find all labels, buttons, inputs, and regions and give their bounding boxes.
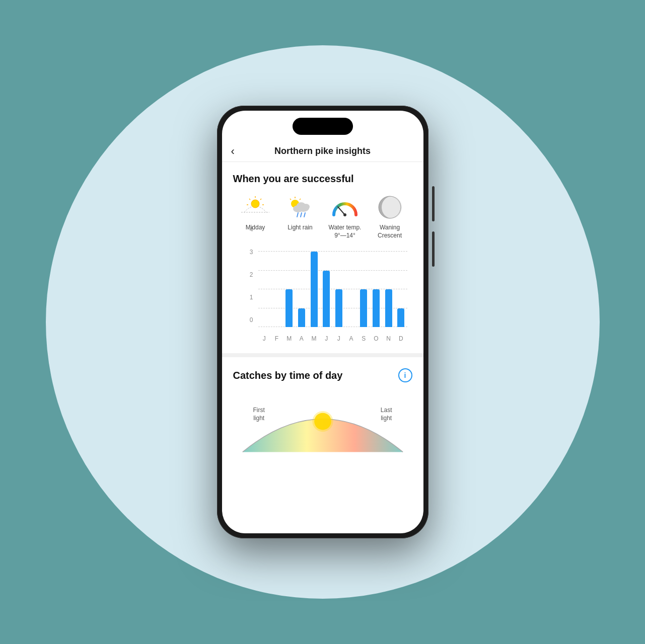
svg-point-25 [312, 411, 333, 432]
svg-line-18 [304, 213, 305, 217]
chart-container: 0 1 2 3 4 JFMAMJJASOND [238, 252, 407, 342]
x-label-N-10: N [382, 335, 395, 342]
screen-content: ‹ Northern pike insights When you are su… [222, 111, 423, 533]
midday-icon [240, 195, 270, 220]
x-label-J-5: J [320, 335, 333, 342]
x-label-O-9: O [370, 335, 383, 342]
x-label-D-11: D [395, 335, 407, 342]
sun-arc-svg [233, 395, 412, 457]
bars-area [258, 252, 407, 327]
bar-col-J [258, 252, 271, 327]
conditions-row: Midday [233, 195, 412, 239]
svg-line-9 [300, 199, 301, 200]
catches-section: Catches by time of day i First light Las… [222, 357, 423, 465]
bar-col-J [320, 252, 333, 327]
waning-crescent-label: Waning Crescent [368, 224, 412, 239]
bar-col-A [296, 252, 308, 327]
x-labels: JFMAMJJASOND [258, 335, 407, 342]
bar-col-J [333, 252, 345, 327]
bar-S [360, 289, 367, 327]
condition-light-rain: Light rain [278, 195, 323, 232]
bar-O [373, 289, 380, 327]
x-label-A-3: A [296, 335, 308, 342]
svg-line-16 [297, 213, 298, 217]
info-button[interactable]: i [398, 368, 412, 382]
bar-col-N [382, 252, 395, 327]
y-label-1: 1 [238, 294, 253, 301]
x-label-J-6: J [333, 335, 345, 342]
x-label-M-4: M [308, 335, 320, 342]
bar-M [311, 252, 318, 327]
light-rain-icon [285, 195, 315, 220]
side-button [432, 186, 435, 221]
phone-frame: ‹ Northern pike insights When you are su… [217, 106, 428, 538]
y-label-3: 3 [238, 249, 253, 256]
phone-screen: ‹ Northern pike insights When you are su… [222, 111, 423, 533]
moon-icon [375, 195, 405, 220]
chart-area: 0 1 2 3 4 JFMAMJJASOND [233, 252, 412, 342]
catches-title: Catches by time of day [233, 370, 343, 381]
bar-M [285, 289, 293, 327]
condition-water-temp: Water temp. 9°—14° [323, 195, 368, 239]
back-button[interactable]: ‹ [231, 145, 235, 158]
svg-line-3 [260, 199, 261, 200]
y-label-2: 2 [238, 271, 253, 278]
svg-line-19 [338, 207, 345, 215]
y-label-0: 0 [238, 316, 253, 324]
background-circle: ‹ Northern pike insights When you are su… [46, 45, 600, 599]
bar-col-M [283, 252, 296, 327]
catches-header: Catches by time of day i [233, 368, 412, 382]
side-button2 [432, 231, 435, 267]
light-rain-label: Light rain [288, 224, 312, 232]
bar-J [335, 289, 342, 327]
page-title: Northern pike insights [274, 146, 371, 156]
bar-col-S [357, 252, 370, 327]
successful-section: When you are successful [222, 162, 423, 353]
dynamic-island [293, 118, 353, 135]
svg-point-1 [251, 200, 259, 208]
bar-col-M [308, 252, 320, 327]
bar-col-A [345, 252, 357, 327]
sun-arc-area: First light Last light [233, 391, 412, 457]
condition-waning-crescent: Waning Crescent [368, 195, 412, 239]
header: ‹ Northern pike insights [222, 141, 423, 162]
x-label-J-0: J [258, 335, 271, 342]
water-temp-icon [330, 195, 360, 220]
bar-N [385, 289, 392, 327]
svg-line-10 [290, 199, 291, 200]
svg-point-15 [303, 204, 310, 210]
x-label-S-8: S [357, 335, 370, 342]
bar-J [323, 271, 330, 328]
bar-col-D [395, 252, 407, 327]
bar-col-O [370, 252, 383, 327]
svg-point-22 [382, 196, 402, 218]
svg-line-17 [301, 213, 302, 217]
x-label-F-1: F [270, 335, 283, 342]
section-title-successful: When you are successful [233, 173, 412, 185]
x-label-M-2: M [283, 335, 296, 342]
water-temp-label: Water temp. 9°—14° [329, 224, 362, 239]
x-label-A-7: A [345, 335, 357, 342]
svg-point-20 [343, 213, 346, 216]
bar-col-F [270, 252, 283, 327]
svg-line-5 [249, 199, 250, 200]
bar-A [298, 308, 305, 328]
bar-D [397, 308, 404, 328]
y-label-4: 4 [238, 226, 253, 233]
section-divider [222, 353, 423, 357]
